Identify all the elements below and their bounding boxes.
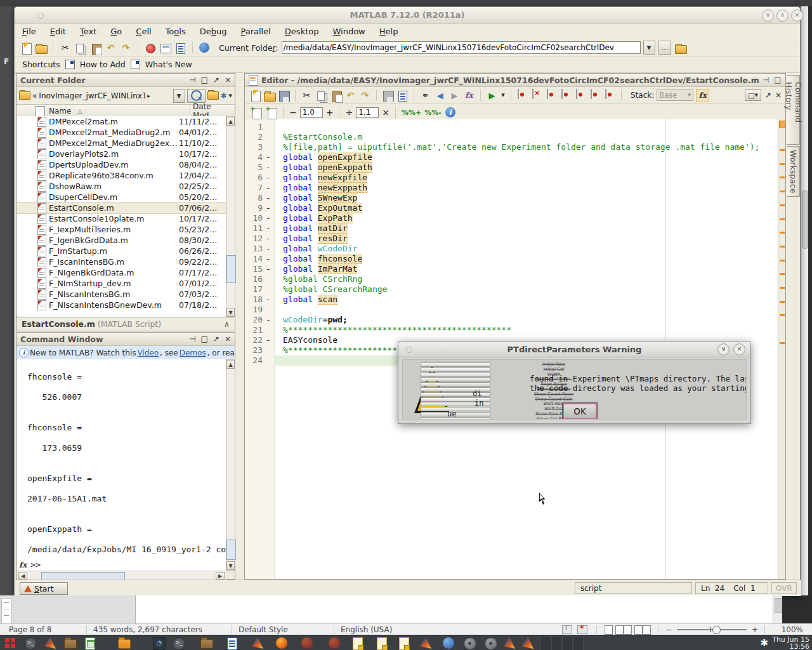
multiply-button[interactable]: × <box>382 107 390 117</box>
dock-icon[interactable]: ⊣ <box>189 74 195 86</box>
cell-info-button[interactable]: i <box>445 107 457 119</box>
copy-button[interactable] <box>315 90 327 102</box>
dock-icon[interactable]: ⊣ <box>763 74 769 86</box>
goto-function-button[interactable]: fx <box>463 90 475 102</box>
dock-icon[interactable]: ⊣ <box>189 333 195 345</box>
up-one-level-icon[interactable] <box>207 91 219 100</box>
exit-debug-button[interactable] <box>604 90 616 102</box>
taskbar-app-red[interactable] <box>301 637 313 649</box>
multi-page-view-icon[interactable] <box>615 625 624 635</box>
taskbar-text-editor-2[interactable] <box>377 637 387 650</box>
language-status[interactable]: English (USA) <box>341 625 392 634</box>
editor-header[interactable]: Editor - /media/data/EASY/InovImager_jwr… <box>245 74 785 87</box>
lint-marker[interactable] <box>780 149 785 151</box>
file-row[interactable]: DMPexcel2mat.m11/11/2... <box>17 116 226 127</box>
dialog-shade-button[interactable]: ∨ <box>717 343 730 355</box>
menu-cell[interactable]: Cell <box>136 27 151 36</box>
lint-marker[interactable] <box>780 176 785 178</box>
increase-button[interactable]: + <box>326 107 334 117</box>
file-row[interactable]: DpertsUploadDev.m08/04/2... <box>17 159 226 170</box>
current-folder-input[interactable] <box>282 41 641 54</box>
taskbar-terminal[interactable] <box>24 637 37 650</box>
execution-marker[interactable]: - <box>263 223 274 234</box>
menu-file[interactable]: File <box>22 27 36 36</box>
taskbar-terminal-2[interactable] <box>173 637 185 650</box>
ok-button[interactable]: OK <box>563 403 597 420</box>
address-dropdown[interactable]: ▼ <box>173 89 185 103</box>
scroll-right-icon[interactable]: ▶ <box>216 572 225 580</box>
decrease-button[interactable]: − <box>289 107 297 117</box>
layout-button[interactable]: □▼ <box>745 90 761 101</box>
file-row[interactable]: DMPexcel2mat_MediaDrug2exp...11/10/2... <box>17 138 226 149</box>
dialog-title-bar[interactable]: PTdirectParameters Warning ∨ × <box>398 342 750 357</box>
code-line[interactable]: 17%global CSrearchRange <box>245 284 785 295</box>
open-file-button[interactable] <box>263 90 275 102</box>
code-line[interactable]: 18-global scan <box>245 295 785 305</box>
menu-tools[interactable]: Tools <box>166 27 186 36</box>
lint-marker[interactable] <box>780 218 785 220</box>
gear-icon[interactable]: ✱ <box>221 91 227 100</box>
execution-marker[interactable]: - <box>263 193 274 203</box>
window-close-button[interactable]: × <box>791 10 803 22</box>
execution-marker[interactable]: - <box>263 264 274 274</box>
column-headers[interactable]: Name △ Date Mod... <box>16 105 235 117</box>
taskbar-app-gray[interactable] <box>464 637 476 650</box>
lint-marker[interactable] <box>780 342 785 344</box>
taskbar-libreoffice-writer[interactable] <box>227 637 237 650</box>
window-shade-button[interactable]: ∨ <box>762 10 774 22</box>
find-button[interactable]: ⚭ <box>419 90 431 102</box>
code-line[interactable]: 12-global resDir <box>245 234 785 244</box>
zoom-out-button[interactable]: − <box>665 625 672 634</box>
paste-button[interactable] <box>330 90 342 102</box>
tab-workspace[interactable]: Workspace <box>787 146 800 197</box>
file-row[interactable]: DsuperCellDev.m05/20/2... <box>17 192 226 202</box>
scrollbar-thumb[interactable] <box>226 540 236 560</box>
tab-command-history[interactable]: Command History <box>787 75 800 145</box>
current-folder-dropdown[interactable]: ▼ <box>643 41 655 55</box>
code-line[interactable]: 15-global ImParMat <box>245 264 785 274</box>
lint-marker[interactable] <box>780 260 785 262</box>
code-line[interactable]: 13-global wCodeDir <box>245 244 785 254</box>
menu-edit[interactable]: Edit <box>50 27 66 36</box>
unsaved-changes-icon[interactable] <box>577 625 587 634</box>
execution-marker[interactable]: - <box>263 315 274 325</box>
insert-cell-button[interactable]: + <box>250 107 262 119</box>
run-dropdown[interactable]: ▼ <box>501 90 506 102</box>
scroll-up-icon[interactable]: ▲ <box>226 117 235 126</box>
menu-window[interactable]: Window <box>332 27 365 36</box>
cut-button[interactable]: ✂ <box>301 90 313 102</box>
taskbar-app-launcher[interactable] <box>4 637 16 649</box>
code-line[interactable]: 10-global ExpPath <box>245 213 785 223</box>
divide-value-input[interactable]: 1.1 <box>356 107 379 118</box>
undo-button[interactable]: ↶ <box>344 90 357 102</box>
file-row[interactable]: F_NImStartup_dev.m07/01/2... <box>17 278 226 289</box>
open-file-button[interactable] <box>35 42 47 54</box>
taskbar-app-red-2[interactable] <box>329 637 340 649</box>
file-row[interactable]: EstartConsole10plate.m10/17/2... <box>17 213 226 224</box>
selection-mode-icon[interactable] <box>562 625 572 634</box>
annotation-strip[interactable] <box>778 119 785 579</box>
lint-marker[interactable] <box>780 287 785 289</box>
word-count[interactable]: 435 words, 2,697 characters <box>93 625 225 634</box>
redo-button[interactable]: ↷ <box>120 42 132 54</box>
file-row[interactable]: DoverlayPlots2.m10/17/2... <box>17 149 226 159</box>
code-line[interactable]: 1 <box>245 122 785 132</box>
single-page-view-icon[interactable] <box>605 625 613 635</box>
code-line[interactable]: 21%*************************************… <box>245 325 785 335</box>
file-row[interactable]: DMPexcel2mat_MediaDrug2.m04/01/2... <box>17 127 226 138</box>
close-icon[interactable]: × <box>775 91 782 100</box>
shortcut-whats-new[interactable]: What's New <box>145 60 192 69</box>
taskbar-file-manager-2[interactable] <box>200 639 213 649</box>
save-button[interactable] <box>278 90 290 102</box>
writer-scrollbar[interactable] <box>773 595 782 623</box>
taskbar-matlab-4[interactable] <box>504 637 515 649</box>
taskbar-folder-window[interactable] <box>118 639 131 649</box>
menu-desktop[interactable]: Desktop <box>285 27 319 36</box>
lint-marker[interactable] <box>780 273 785 275</box>
scroll-down-icon[interactable]: ▼ <box>226 561 235 570</box>
step-button[interactable] <box>546 90 558 102</box>
menu-text[interactable]: Text <box>80 27 96 36</box>
profiler-button[interactable] <box>174 42 187 54</box>
execution-marker[interactable]: - <box>263 213 274 223</box>
undo-button[interactable]: ↶ <box>105 42 117 54</box>
